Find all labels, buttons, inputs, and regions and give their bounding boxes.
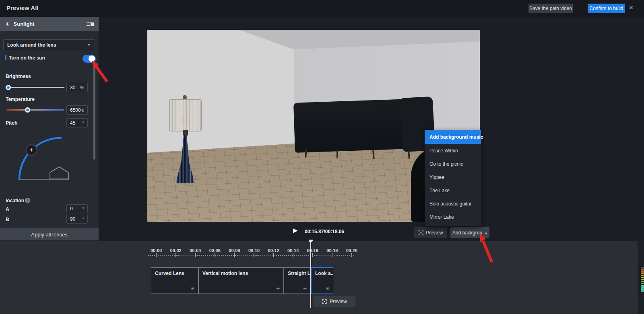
clip-label: Look a... (315, 271, 333, 276)
meter-segment (641, 290, 644, 292)
apply-all-lenses-button[interactable]: Apply all lenses (0, 228, 99, 240)
preview-button[interactable]: Preview (414, 227, 447, 238)
timeline-panel: 00:0000:0200:0400:0600:0800:1000:1200:14… (0, 241, 644, 314)
preview-all-window: Preview All Save the path video Confirm … (0, 0, 644, 314)
add-background-music-button[interactable]: Add backgrou ▲ (450, 227, 489, 238)
menu-item[interactable]: Solo acoustic guitar (425, 197, 481, 210)
menu-item[interactable]: Yippee (425, 170, 481, 184)
timeline-clip[interactable]: Curved Lens☀ (151, 267, 198, 294)
sunlight-panel-header: ☀ Sunlight (0, 17, 99, 31)
top-bar: Preview All Save the path video Confirm … (0, 0, 644, 17)
play-button[interactable]: ▶ (293, 227, 298, 234)
meter-segment (641, 279, 644, 280)
chevron-down-icon: ▼ (87, 43, 91, 47)
temperature-input[interactable]: 6500k (66, 105, 88, 115)
brightness-slider-knob[interactable] (6, 85, 11, 90)
location-b-label: B (6, 217, 9, 222)
sofa-leg (336, 150, 338, 158)
timeline-clip[interactable]: Look a...☀ (311, 267, 333, 294)
menu-item[interactable]: Peace Within (425, 144, 481, 157)
clip-label: Curved Lens (155, 271, 184, 276)
ruler-minor-ticks (148, 255, 354, 256)
meter-segment (641, 271, 644, 273)
sun-toggle[interactable] (83, 55, 96, 63)
lamp-shade (169, 99, 202, 131)
ruler-label: 00:02 (166, 248, 186, 253)
sun-pitch-widget[interactable]: ☀ (4, 134, 76, 186)
ruler-label: 00:00 (147, 248, 166, 253)
ruler-label: 00:06 (205, 248, 225, 253)
lens-select-value: Look around the lens (7, 42, 87, 48)
temperature-slider[interactable] (6, 107, 64, 113)
temperature-slider-knob[interactable] (25, 107, 30, 113)
ruler-label: 00:12 (264, 248, 283, 253)
ruler-label: 00:04 (186, 248, 205, 253)
pitch-input[interactable]: 45° (66, 118, 88, 127)
meter-segment (641, 267, 644, 269)
ruler-label: 00:20 (342, 248, 362, 253)
fullscreen-preview-icon (419, 230, 423, 235)
clip-label: Straight L... (288, 271, 311, 276)
location-a-input[interactable]: 0° (66, 204, 88, 213)
clip-label: Vertical motion lens (202, 271, 248, 276)
background-music-menu: Add background musicPeace WithinGo to th… (425, 130, 481, 226)
sun-toggle-label: Turn on the sun (9, 55, 45, 61)
sun-icon: ☀ (303, 286, 307, 291)
menu-item[interactable]: Mirror Lake (425, 210, 481, 224)
menu-item[interactable]: The Lake (425, 184, 481, 197)
meter-segment (641, 281, 644, 282)
meter-segment (641, 288, 644, 290)
lamp-neck (183, 130, 188, 135)
brightness-label: Brightness (6, 74, 31, 79)
fullscreen-preview-icon (322, 299, 327, 304)
timeline-clip[interactable]: Vertical motion lens☀ (198, 267, 284, 294)
meter-segment (641, 285, 644, 286)
close-icon[interactable]: ✕ (629, 4, 634, 11)
save-path-video-button[interactable]: Save the path video (528, 4, 573, 13)
location-label: location (6, 198, 24, 203)
toggle-knob (89, 55, 95, 62)
ruler-label: 00:08 (225, 248, 244, 253)
playback-time: 00:15.87/00:18.06 (305, 229, 344, 234)
sunlight-panel: ☀ Sunlight Look around the lens ▼ Turn o… (0, 17, 99, 240)
meter-segment (641, 273, 644, 275)
sun-icon: ☀ (276, 286, 280, 291)
menu-item[interactable]: Go to the picnic (425, 157, 481, 170)
page-title: Preview All (6, 4, 38, 11)
location-a-label: A (6, 206, 9, 212)
meter-segment (641, 269, 644, 271)
lens-select[interactable]: Look around the lens ▼ (3, 39, 95, 50)
menu-item[interactable]: Add background music (425, 130, 481, 144)
timeline-clip[interactable]: Straight L...☀ (284, 267, 311, 294)
meter-segment (641, 275, 644, 276)
timeline-preview-button[interactable]: Preview (314, 296, 355, 307)
sun-icon: ☀ (5, 21, 10, 27)
pitch-label: Pitch (6, 120, 17, 126)
ruler-label: 00:10 (244, 248, 264, 253)
location-b-input[interactable]: 90° (66, 215, 88, 224)
temperature-label: Temperature (6, 96, 35, 102)
ruler-label: 00:16 (303, 248, 322, 253)
meter-segment (641, 283, 644, 284)
chevron-up-icon: ▲ (485, 231, 487, 234)
playhead[interactable] (310, 240, 311, 308)
sun-icon: ☀ (325, 286, 330, 291)
brightness-input[interactable]: 30% (66, 83, 88, 92)
sun-arc (19, 138, 61, 179)
audio-level-meter (640, 266, 644, 293)
help-icon[interactable]: ? (25, 198, 30, 203)
sidebar-scrollbar[interactable] (93, 63, 95, 160)
collapse-panel-icon[interactable] (87, 22, 94, 27)
ruler-label: 00:14 (283, 248, 303, 253)
panel-title: Sunlight (14, 21, 87, 27)
meter-segment (641, 277, 644, 278)
sun-handle-icon: ☀ (29, 147, 34, 153)
brightness-slider[interactable] (6, 85, 64, 90)
sun-icon: ☀ (190, 286, 195, 291)
ruler-label: 00:18 (322, 248, 342, 253)
meter-segment (641, 286, 644, 288)
confirm-to-build-button[interactable]: Confirm to build (588, 4, 625, 13)
label-accent-bar (5, 55, 6, 60)
house-icon (50, 167, 68, 179)
